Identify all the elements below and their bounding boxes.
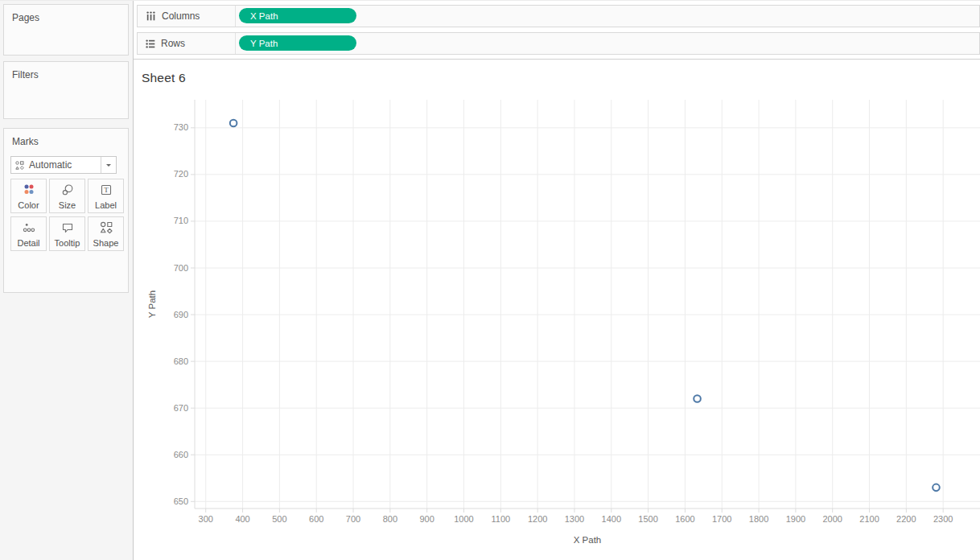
data-point[interactable] <box>933 484 940 492</box>
x-tick-label: 1700 <box>712 514 731 524</box>
x-tick-label: 500 <box>272 514 286 524</box>
marks-color-label: Color <box>11 200 46 210</box>
left-sidebar: Pages Filters Marks Automatic <box>0 1 134 560</box>
marks-shape-label: Shape <box>89 238 123 248</box>
y-axis-title: Y Path <box>147 290 157 318</box>
marks-color-button[interactable]: Color <box>10 179 47 213</box>
pages-shelf-label: Pages <box>4 5 128 23</box>
columns-shelf-head: Columns <box>138 6 236 27</box>
x-tick-label: 300 <box>199 514 213 524</box>
x-tick-label: 2200 <box>896 514 916 524</box>
x-tick-label: 1400 <box>602 514 621 524</box>
size-icon <box>61 183 74 196</box>
y-tick-label: 650 <box>174 496 188 506</box>
x-tick-label: 1900 <box>786 514 805 524</box>
marks-size-button[interactable]: Size <box>49 179 85 213</box>
marks-label-button[interactable]: T Label <box>88 179 124 213</box>
shape-icon <box>100 221 113 234</box>
mark-type-caret-button[interactable] <box>101 157 116 173</box>
marks-card-label: Marks <box>4 129 128 147</box>
mark-type-dropdown[interactable]: Automatic <box>10 156 117 174</box>
color-icon <box>23 183 35 196</box>
y-tick-label: 690 <box>174 310 188 319</box>
tooltip-icon <box>61 221 74 234</box>
pages-shelf[interactable]: Pages <box>3 4 129 56</box>
columns-shelf[interactable]: Columns X Path <box>137 5 980 27</box>
x-tick-label: 1800 <box>749 514 768 524</box>
x-tick-label: 600 <box>309 514 323 524</box>
detail-icon <box>23 221 35 234</box>
x-tick-label: 800 <box>383 514 397 524</box>
mark-type-value: Automatic <box>29 159 72 171</box>
pill-x-path-text: X Path <box>250 11 278 21</box>
rows-shelf[interactable]: Rows Y Path <box>137 32 980 55</box>
tableau-workspace: Pages Filters Marks Automatic <box>0 0 980 560</box>
pill-y-path[interactable]: Y Path <box>239 35 356 51</box>
worksheet-view: Sheet 6 30040050060070080090010001100120… <box>134 59 980 560</box>
marks-shape-button[interactable]: Shape <box>88 216 124 251</box>
x-tick-label: 2300 <box>933 514 953 524</box>
marks-detail-label: Detail <box>11 238 46 248</box>
y-tick-label: 660 <box>174 450 188 459</box>
pill-y-path-text: Y Path <box>250 39 278 48</box>
y-tick-label: 720 <box>174 169 188 179</box>
marks-tooltip-button[interactable]: Tooltip <box>49 216 85 251</box>
rows-icon <box>146 39 155 49</box>
caret-down-icon <box>106 164 111 169</box>
x-tick-label: 1500 <box>638 514 657 524</box>
rows-shelf-label: Rows <box>161 38 185 49</box>
marks-tooltip-label: Tooltip <box>50 238 84 248</box>
x-tick-label: 1100 <box>491 514 510 524</box>
x-tick-label: 1300 <box>565 514 584 524</box>
y-tick-label: 670 <box>174 403 188 413</box>
x-tick-label: 400 <box>235 514 249 524</box>
columns-icon <box>146 11 156 21</box>
x-tick-label: 2100 <box>859 514 879 524</box>
scatter-plot: 3004005006007008009001000110012001300140… <box>134 60 980 560</box>
y-tick-label: 730 <box>174 122 188 132</box>
columns-shelf-label: Columns <box>162 10 200 22</box>
data-point[interactable] <box>230 120 237 127</box>
data-point[interactable] <box>694 395 701 402</box>
label-icon-letter: T <box>104 186 109 194</box>
x-tick-label: 1600 <box>675 514 694 524</box>
filters-shelf-label: Filters <box>4 62 128 80</box>
filters-shelf[interactable]: Filters <box>3 61 129 119</box>
y-tick-label: 680 <box>174 356 188 366</box>
x-tick-label: 900 <box>419 514 434 524</box>
label-icon: T <box>100 183 113 196</box>
marks-card: Marks Automatic <box>3 128 129 293</box>
marks-size-label: Size <box>50 200 84 210</box>
marks-label-label: Label <box>89 200 123 210</box>
marks-detail-button[interactable]: Detail <box>10 216 47 251</box>
rows-shelf-head: Rows <box>138 33 236 54</box>
main-area: Columns X Path Rows Y Path Sheet 6 30040… <box>134 1 980 560</box>
y-tick-label: 710 <box>174 216 188 225</box>
x-tick-label: 1200 <box>528 514 547 524</box>
pill-x-path[interactable]: X Path <box>239 8 356 23</box>
marks-type-icon <box>15 161 24 170</box>
x-tick-label: 2000 <box>822 514 842 524</box>
x-tick-label: 1000 <box>454 514 473 524</box>
y-tick-label: 700 <box>174 263 188 273</box>
x-tick-label: 700 <box>346 514 360 524</box>
x-axis-title: X Path <box>574 535 602 545</box>
